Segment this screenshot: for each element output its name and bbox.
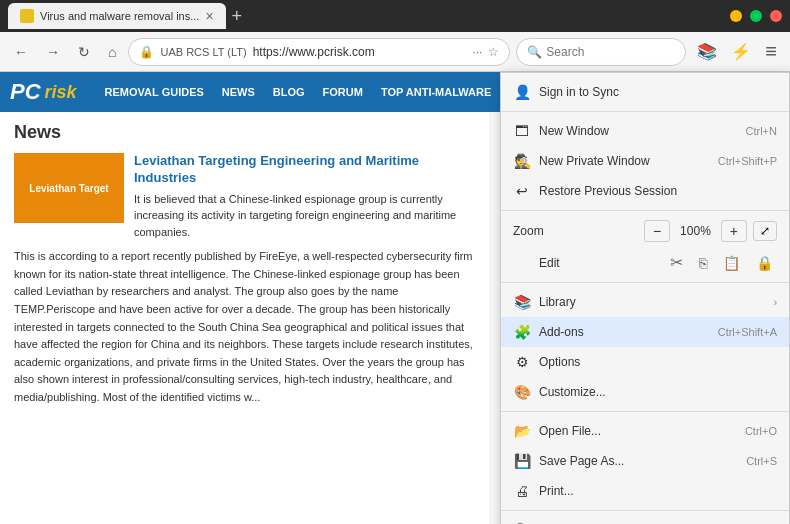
edit-label: Edit bbox=[539, 256, 658, 270]
menu-find[interactable]: 🔍 Find in This Page... Ctrl+F bbox=[501, 515, 789, 524]
nav-blog[interactable]: BLOG bbox=[265, 82, 313, 102]
menu-print[interactable]: 🖨 Print... bbox=[501, 476, 789, 506]
menu-addons[interactable]: 🧩 Add-ons Ctrl+Shift+A bbox=[501, 317, 789, 347]
menu-sign-in[interactable]: 👤 Sign in to Sync bbox=[501, 77, 789, 107]
forward-button[interactable]: → bbox=[40, 40, 66, 64]
open-file-label: Open File... bbox=[539, 424, 737, 438]
menu-button[interactable]: ≡ bbox=[760, 37, 782, 66]
zoom-fullscreen-button[interactable]: ⤢ bbox=[753, 221, 777, 241]
article-headline[interactable]: Leviathan Targeting Engineering and Mari… bbox=[134, 153, 476, 187]
edit-icon bbox=[513, 254, 531, 272]
menu-save-page[interactable]: 💾 Save Page As... Ctrl+S bbox=[501, 446, 789, 476]
paste-icon[interactable]: 📋 bbox=[723, 255, 740, 271]
search-box[interactable]: 🔍 bbox=[516, 38, 686, 66]
print-label: Print... bbox=[539, 484, 777, 498]
main-article: Leviathan Target Leviathan Targeting Eng… bbox=[14, 153, 476, 407]
nav-forum[interactable]: FORUM bbox=[315, 82, 371, 102]
new-window-shortcut: Ctrl+N bbox=[746, 125, 777, 137]
zoom-value: 100% bbox=[680, 224, 711, 238]
title-bar: Virus and malware removal ins... × + bbox=[0, 0, 790, 32]
close-window-button[interactable] bbox=[770, 10, 782, 22]
zoom-minus-button[interactable]: − bbox=[644, 220, 670, 242]
customize-icon: 🎨 bbox=[513, 383, 531, 401]
nav-right-icons: 📚 ⚡ ≡ bbox=[692, 37, 782, 66]
firefox-menu: 👤 Sign in to Sync 🗔 New Window Ctrl+N 🕵 … bbox=[500, 72, 790, 524]
org-name: UAB RCS LT (LT) bbox=[160, 46, 246, 58]
tab-favicon bbox=[20, 9, 34, 23]
browser-tab[interactable]: Virus and malware removal ins... × bbox=[8, 3, 226, 29]
menu-section-windows: 🗔 New Window Ctrl+N 🕵 New Private Window… bbox=[501, 112, 789, 211]
lock-icon: 🔒 bbox=[756, 255, 773, 271]
tab-close-button[interactable]: × bbox=[205, 8, 213, 24]
window-controls bbox=[730, 10, 782, 22]
menu-section-zoom-edit: Zoom − 100% + ⤢ Edit ✂ ⎘ 📋 🔒 bbox=[501, 211, 789, 283]
tab-title: Virus and malware removal ins... bbox=[40, 10, 199, 22]
library-icon: 📚 bbox=[513, 293, 531, 311]
private-window-icon: 🕵 bbox=[513, 152, 531, 170]
nav-top-anti-malware[interactable]: TOP ANTI-MALWARE bbox=[373, 82, 499, 102]
zoom-plus-button[interactable]: + bbox=[721, 220, 747, 242]
menu-library[interactable]: 📚 Library › bbox=[501, 287, 789, 317]
menu-section-sync: 👤 Sign in to Sync bbox=[501, 73, 789, 112]
restore-icon: ↩ bbox=[513, 182, 531, 200]
article-thumbnail[interactable]: Leviathan Target bbox=[14, 153, 124, 223]
sync-button[interactable]: ⚡ bbox=[726, 39, 756, 64]
address-bar-icons: ··· ☆ bbox=[472, 45, 499, 59]
section-title: News bbox=[14, 122, 476, 143]
addons-shortcut: Ctrl+Shift+A bbox=[718, 326, 777, 338]
new-window-icon: 🗔 bbox=[513, 122, 531, 140]
restore-label: Restore Previous Session bbox=[539, 184, 777, 198]
library-button[interactable]: 📚 bbox=[692, 39, 722, 64]
new-private-label: New Private Window bbox=[539, 154, 710, 168]
addons-icon: 🧩 bbox=[513, 323, 531, 341]
menu-customize[interactable]: 🎨 Customize... bbox=[501, 377, 789, 407]
save-page-label: Save Page As... bbox=[539, 454, 738, 468]
search-input[interactable] bbox=[546, 45, 675, 59]
article-header: Leviathan Target Leviathan Targeting Eng… bbox=[14, 153, 476, 240]
reload-button[interactable]: ↻ bbox=[72, 40, 96, 64]
minimize-button[interactable] bbox=[730, 10, 742, 22]
save-icon: 💾 bbox=[513, 452, 531, 470]
menu-restore-session[interactable]: ↩ Restore Previous Session bbox=[501, 176, 789, 206]
nav-removal-guides[interactable]: REMOVAL GUIDES bbox=[97, 82, 212, 102]
menu-section-file: 📂 Open File... Ctrl+O 💾 Save Page As... … bbox=[501, 412, 789, 511]
menu-section-find: 🔍 Find in This Page... Ctrl+F ⋯ More › ⌨… bbox=[501, 511, 789, 524]
address-bar[interactable]: 🔒 UAB RCS LT (LT) https://www.pcrisk.com… bbox=[128, 38, 510, 66]
menu-section-library: 📚 Library › 🧩 Add-ons Ctrl+Shift+A ⚙ Opt… bbox=[501, 283, 789, 412]
new-private-shortcut: Ctrl+Shift+P bbox=[718, 155, 777, 167]
home-button[interactable]: ⌂ bbox=[102, 40, 122, 64]
open-file-shortcut: Ctrl+O bbox=[745, 425, 777, 437]
library-label: Library bbox=[539, 295, 766, 309]
open-file-icon: 📂 bbox=[513, 422, 531, 440]
bookmark-icon[interactable]: ☆ bbox=[488, 45, 499, 59]
new-window-label: New Window bbox=[539, 124, 738, 138]
print-icon: 🖨 bbox=[513, 482, 531, 500]
maximize-button[interactable] bbox=[750, 10, 762, 22]
sign-in-label: Sign in to Sync bbox=[539, 85, 777, 99]
site-logo[interactable]: PC risk bbox=[10, 79, 77, 105]
menu-new-window[interactable]: 🗔 New Window Ctrl+N bbox=[501, 116, 789, 146]
addons-label: Add-ons bbox=[539, 325, 710, 339]
logo-pc: PC bbox=[10, 79, 41, 105]
menu-open-file[interactable]: 📂 Open File... Ctrl+O bbox=[501, 416, 789, 446]
options-icon: ⚙ bbox=[513, 353, 531, 371]
article-info: Leviathan Targeting Engineering and Mari… bbox=[134, 153, 476, 240]
article-body: This is according to a report recently p… bbox=[14, 248, 476, 406]
menu-options[interactable]: ⚙ Options bbox=[501, 347, 789, 377]
cut-icon[interactable]: ✂ bbox=[670, 253, 683, 272]
search-icon: 🔍 bbox=[527, 45, 542, 59]
menu-new-private[interactable]: 🕵 New Private Window Ctrl+Shift+P bbox=[501, 146, 789, 176]
copy-icon[interactable]: ⎘ bbox=[699, 255, 707, 271]
thumb-label: Leviathan Target bbox=[25, 179, 112, 198]
menu-edit: Edit ✂ ⎘ 📋 🔒 bbox=[501, 247, 789, 278]
options-label: Options bbox=[539, 355, 777, 369]
nav-bar: ← → ↻ ⌂ 🔒 UAB RCS LT (LT) https://www.pc… bbox=[0, 32, 790, 72]
new-tab-button[interactable]: + bbox=[232, 6, 243, 27]
zoom-control: Zoom − 100% + ⤢ bbox=[501, 215, 789, 247]
content-area: News Leviathan Target Leviathan Targetin… bbox=[0, 112, 490, 524]
zoom-label: Zoom bbox=[513, 224, 638, 238]
nav-news[interactable]: NEWS bbox=[214, 82, 263, 102]
customize-label: Customize... bbox=[539, 385, 777, 399]
back-button[interactable]: ← bbox=[8, 40, 34, 64]
overflow-icon[interactable]: ··· bbox=[472, 45, 482, 59]
